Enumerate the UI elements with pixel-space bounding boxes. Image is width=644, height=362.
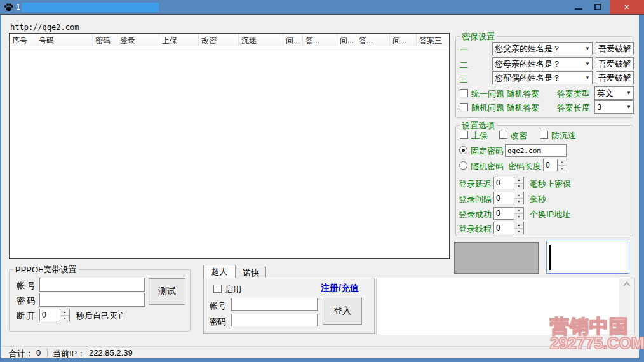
answer-3-input[interactable] — [596, 71, 634, 84]
minimize-button[interactable] — [575, 8, 582, 10]
login-delay-suffix: 毫秒上密保 — [530, 178, 571, 190]
column-header[interactable]: 答... — [356, 34, 390, 46]
total-label: 合计： — [9, 348, 34, 359]
column-header[interactable]: 问... — [337, 34, 356, 46]
status-divider — [47, 349, 48, 357]
platform-account-input[interactable] — [231, 298, 318, 311]
login-delay-spinner[interactable]: 0 ▲ ▼ — [493, 177, 524, 189]
current-ip-value: 222.85.2.39 — [89, 348, 133, 358]
spinner-up-icon[interactable]: ▲ — [514, 192, 523, 199]
pppoe-account-label: 帐 号 — [17, 280, 36, 292]
row-label-one: 一 — [460, 44, 468, 56]
login-thread-spinner[interactable]: 0 ▲ ▼ — [493, 222, 524, 234]
login-delay-label: 登录延迟 — [459, 178, 492, 190]
chevron-down-icon: ▼ — [585, 46, 590, 51]
column-header[interactable]: 序号 — [10, 34, 36, 46]
captcha-image-box — [454, 242, 539, 274]
current-ip-label: 当前IP： — [53, 348, 85, 359]
chevron-down-icon: ▼ — [585, 61, 590, 67]
account-list-header: 序号 号码 密码 登录 上保 改密 沉迷 问... 答... 问... 答...… — [10, 34, 449, 46]
status-bar: 合计： 0 当前IP： 222.85.2.39 — [1, 346, 639, 358]
anti-addiction-checkbox[interactable] — [540, 131, 548, 139]
login-interval-label: 登录间隔 — [459, 194, 492, 205]
column-header[interactable]: 问... — [283, 34, 303, 46]
group-title: 密保设置 — [460, 31, 497, 43]
maximize-button[interactable] — [594, 4, 601, 10]
pppoe-disconnect-spinner[interactable]: 0 ▲ ▼ — [39, 309, 70, 321]
question-1-dropdown[interactable]: 您父亲的姓名是？ ▼ — [492, 42, 593, 55]
spinner-down-icon[interactable]: ▼ — [60, 316, 69, 321]
text-caret — [549, 245, 551, 270]
answer-2-input[interactable] — [596, 57, 634, 70]
column-header[interactable]: 改密 — [199, 34, 239, 46]
question-2-dropdown[interactable]: 您母亲的姓名是？ ▼ — [492, 57, 593, 70]
login-interval-suffix: 毫秒 — [530, 194, 546, 205]
scroll-up-icon[interactable] — [623, 281, 630, 288]
title-bar[interactable]: 1 × — [0, 0, 644, 14]
column-header[interactable]: 答案三 — [417, 34, 449, 46]
change-password-label: 改密 — [511, 130, 527, 142]
chevron-down-icon: ▼ — [626, 90, 631, 96]
change-password-checkbox[interactable] — [499, 131, 507, 139]
spinner-down-icon[interactable]: ▼ — [514, 184, 523, 189]
random-password-label: 随机密码 — [471, 161, 504, 172]
question-3-dropdown[interactable]: 您配偶的姓名是？ ▼ — [492, 71, 593, 84]
pppoe-account-input[interactable] — [39, 278, 145, 292]
login-success-spinner[interactable]: 0 ▲ ▼ — [493, 207, 524, 220]
test-button[interactable]: 测试 — [149, 278, 185, 305]
pppoe-password-input[interactable] — [39, 293, 145, 307]
title-selected-text — [22, 3, 159, 12]
tab-chaoren[interactable]: 超人 — [203, 265, 236, 278]
answer-1-input[interactable] — [596, 42, 634, 55]
spinner-up-icon[interactable]: ▲ — [60, 309, 69, 316]
password-length-spinner[interactable]: 0 ▲ ▼ — [543, 159, 567, 171]
application-window: 1 × http://qqe2.com 序号 号码 密码 登录 上保 改密 沉迷… — [0, 0, 644, 362]
column-header[interactable]: 上保 — [159, 34, 199, 46]
fixed-password-input[interactable] — [505, 144, 567, 157]
login-interval-spinner[interactable]: 0 ▲ ▼ — [493, 192, 524, 204]
chevron-down-icon: ▼ — [626, 104, 631, 110]
spinner-down-icon[interactable]: ▼ — [558, 166, 567, 171]
account-list[interactable]: 序号 号码 密码 登录 上保 改密 沉迷 问... 答... 问... 答...… — [9, 33, 450, 259]
paw-app-icon — [4, 2, 14, 14]
pppoe-disconnect-label: 断 开 — [17, 311, 36, 322]
spinner-up-icon[interactable]: ▲ — [514, 208, 523, 214]
fixed-password-radio[interactable] — [459, 146, 467, 154]
column-header[interactable]: 号码 — [36, 34, 93, 46]
platform-account-label: 帐号 — [210, 300, 226, 312]
chevron-down-icon: ▼ — [585, 75, 590, 81]
login-success-label: 登录成功 — [459, 209, 492, 220]
url-label: http://qqe2.com — [10, 23, 79, 32]
login-button[interactable]: 登入 — [323, 298, 362, 325]
random-password-radio[interactable] — [459, 161, 467, 170]
register-recharge-link[interactable]: 注册/充值 — [321, 283, 359, 294]
column-header[interactable]: 沉迷 — [239, 34, 283, 46]
random-question-checkbox[interactable] — [460, 103, 468, 111]
spinner-down-icon[interactable]: ▼ — [514, 229, 523, 234]
total-value: 0 — [36, 348, 41, 358]
window-title: 1 — [16, 2, 20, 11]
enable-checkbox[interactable] — [213, 285, 222, 293]
column-header[interactable]: 问... — [390, 34, 417, 46]
column-header[interactable]: 答... — [303, 34, 337, 46]
tab-nuokuai[interactable]: 诺快 — [236, 267, 266, 278]
spinner-up-icon[interactable]: ▲ — [558, 159, 567, 166]
captcha-input[interactable] — [546, 241, 629, 274]
watermark-line2: 292775.COM — [550, 334, 644, 352]
spinner-up-icon[interactable]: ▲ — [514, 222, 523, 229]
protect-checkbox[interactable] — [460, 131, 468, 139]
random-question-label: 随机问题 随机答案 — [471, 102, 540, 114]
column-header[interactable]: 登录 — [117, 34, 159, 46]
pppoe-password-label: 密 码 — [17, 295, 36, 307]
spinner-up-icon[interactable]: ▲ — [514, 177, 523, 184]
spinner-down-icon[interactable]: ▼ — [514, 214, 523, 220]
row-label-three: 三 — [460, 74, 468, 85]
platform-password-input[interactable] — [231, 314, 318, 326]
fixed-password-label: 固定密码 — [471, 145, 504, 157]
unified-question-checkbox[interactable] — [460, 89, 468, 97]
answer-length-dropdown[interactable]: 3 ▼ — [594, 100, 634, 114]
spinner-down-icon[interactable]: ▼ — [514, 199, 523, 204]
close-button[interactable]: × — [610, 0, 644, 14]
column-header[interactable]: 密码 — [93, 34, 117, 46]
answer-type-dropdown[interactable]: 英文 ▼ — [594, 86, 634, 100]
